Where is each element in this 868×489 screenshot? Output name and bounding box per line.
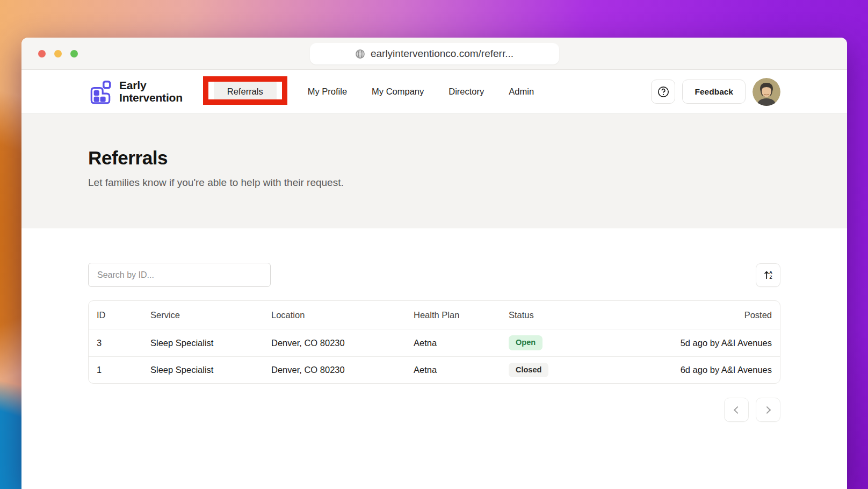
cell-id: 1 [97,365,150,375]
help-button[interactable] [651,80,675,104]
url-text: earlyinterventionco.com/referr... [371,48,513,60]
page-title: Referrals [88,147,780,169]
cell-location: Denver, CO 80230 [271,365,414,375]
minimize-window-button[interactable] [54,50,62,57]
nav-item-referrals[interactable]: Referrals [214,79,277,104]
sort-alphabetical-icon: A Z [762,269,775,281]
svg-text:A: A [769,270,772,275]
page-header: Referrals Let families know if you're ab… [21,114,847,228]
referrals-table: ID Service Location Health Plan Status P… [88,300,780,384]
nav-right-cluster: Feedback [651,78,780,106]
column-header-location: Location [271,310,414,320]
close-window-button[interactable] [38,50,46,57]
column-header-service: Service [150,310,271,320]
column-header-status: Status [509,310,611,320]
desktop-wallpaper: earlyinterventionco.com/referr... Early … [0,0,868,489]
browser-window: earlyinterventionco.com/referr... Early … [21,38,847,489]
avatar-photo [753,78,780,106]
avatar[interactable] [753,78,780,106]
main-content: A Z ID Service Location Health Plan Stat… [21,263,847,422]
cell-health-plan: Aetna [414,365,509,375]
cell-health-plan: Aetna [414,338,509,348]
pagination [88,398,780,422]
cell-posted: 6d ago by A&I Avenues [611,365,772,375]
brand-logo[interactable]: Early Intervention [88,80,183,104]
search-input[interactable] [88,263,271,287]
cell-service: Sleep Specialist [150,338,271,348]
chevron-left-icon [734,406,741,413]
cell-posted: 5d ago by A&I Avenues [611,338,772,348]
previous-page-button[interactable] [724,398,749,422]
feedback-button[interactable]: Feedback [682,80,746,104]
table-toolbar: A Z [88,263,780,287]
traffic-lights [38,50,78,57]
nav-links: Referrals My Profile My Company Director… [207,87,534,97]
table-row[interactable]: 3 Sleep Specialist Denver, CO 80230 Aetn… [89,329,780,356]
status-badge: Closed [509,363,548,377]
top-navigation: Early Intervention Referrals My Profile … [21,70,847,114]
globe-icon [355,49,365,59]
address-bar[interactable]: earlyinterventionco.com/referr... [310,43,559,64]
column-header-id: ID [97,310,150,320]
zoom-window-button[interactable] [70,50,78,57]
table-header-row: ID Service Location Health Plan Status P… [89,301,780,329]
nav-item-my-company[interactable]: My Company [372,87,424,97]
column-header-posted: Posted [611,310,772,320]
status-badge: Open [509,335,542,350]
table-row[interactable]: 1 Sleep Specialist Denver, CO 80230 Aetn… [89,356,780,383]
brand-name: Early Intervention [119,80,183,104]
cell-service: Sleep Specialist [150,365,271,375]
help-icon [657,85,670,98]
next-page-button[interactable] [756,398,780,422]
early-intervention-logo-icon [88,80,113,104]
page-subtitle: Let families know if you're able to help… [88,177,780,189]
column-header-health-plan: Health Plan [414,310,509,320]
nav-item-my-profile[interactable]: My Profile [308,87,347,97]
nav-item-directory[interactable]: Directory [449,87,484,97]
cell-id: 3 [97,338,150,348]
sort-button[interactable]: A Z [756,263,780,287]
svg-text:Z: Z [769,275,772,280]
nav-item-admin[interactable]: Admin [509,87,534,97]
cell-location: Denver, CO 80230 [271,338,414,348]
browser-chrome: earlyinterventionco.com/referr... [21,38,847,70]
chevron-right-icon [763,406,771,413]
